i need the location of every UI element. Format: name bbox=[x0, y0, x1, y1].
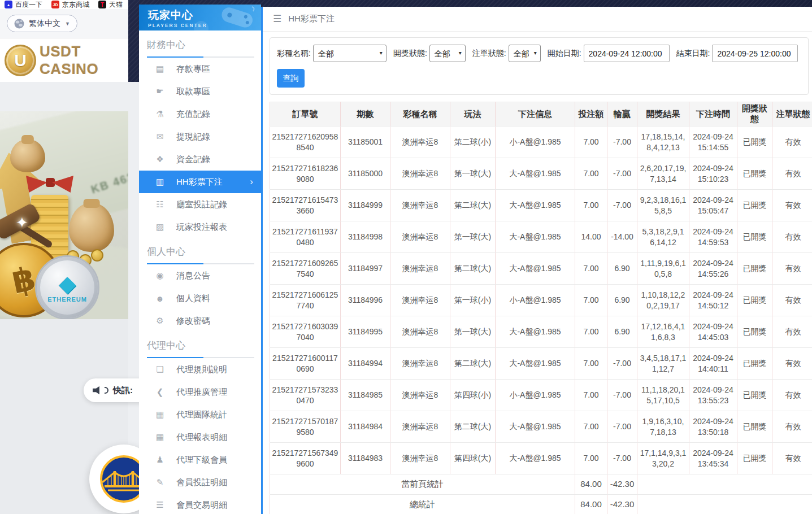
sidebar-item[interactable]: ▤存款專區 bbox=[139, 58, 261, 80]
sidebar-item[interactable]: ⚗充值記錄 bbox=[139, 103, 261, 125]
announcement-icon: ◉ bbox=[155, 271, 165, 281]
sidebar-section-title: 代理中心 bbox=[147, 339, 254, 352]
recharge-record-icon: ⚗ bbox=[155, 109, 165, 119]
sidebar-item[interactable]: ⚙修改密碼 bbox=[139, 310, 261, 332]
bookmark-label: 百度一下 bbox=[15, 0, 42, 9]
sidebar-item[interactable]: ☛取款專區 bbox=[139, 80, 261, 103]
win-loss: -7.00 bbox=[607, 443, 637, 474]
money-bag-decor bbox=[10, 140, 45, 172]
agent-rules-icon: ❏ bbox=[155, 364, 165, 374]
draw-status: 已開獎 bbox=[737, 158, 772, 190]
sidebar-item[interactable]: ☻個人資料 bbox=[139, 287, 261, 310]
sidebar-item[interactable]: ❮代理推廣管理 bbox=[139, 381, 261, 403]
bookmark-item[interactable]: ▲百度一下 bbox=[5, 0, 42, 9]
play-type: 第一球(小) bbox=[450, 285, 496, 316]
lottery-name: 澳洲幸运8 bbox=[390, 285, 450, 316]
sidebar-item[interactable]: ✉提現記錄 bbox=[139, 125, 261, 148]
sidebar-item-label: 修改密碼 bbox=[176, 316, 210, 326]
bet-time: 2024-09-24 13:50:18 bbox=[689, 411, 737, 443]
bet-amount: 7.00 bbox=[575, 443, 607, 474]
lottery-name: 澳洲幸运8 bbox=[390, 253, 450, 285]
sidebar-item[interactable]: ▦代理團隊統計 bbox=[139, 403, 261, 426]
withdrawal-record-icon: ✉ bbox=[155, 132, 165, 142]
sidebar-item[interactable]: ▥HH彩票下注› bbox=[139, 171, 261, 193]
sidebar-item[interactable]: ◉消息公告 bbox=[139, 264, 261, 287]
order-no: 2152172716154733660 bbox=[270, 190, 341, 221]
draw-result: 5,3,18,2,9,16,14,12 bbox=[637, 221, 689, 253]
table-row: 215217271609265754031184997澳洲幸运8第二球(大)大-… bbox=[270, 253, 812, 285]
period: 31184994 bbox=[341, 348, 390, 380]
order-no: 2152172716092657540 bbox=[270, 253, 341, 285]
draw-result: 3,4,5,18,17,11,12,7 bbox=[637, 348, 689, 380]
bet-time: 2024-09-24 13:55:23 bbox=[689, 380, 737, 411]
bet-time: 2024-09-24 14:55:26 bbox=[689, 253, 737, 285]
ticker-label: 快訊: bbox=[113, 385, 133, 396]
sidebar-item[interactable]: ▨玩家投注報表 bbox=[139, 216, 261, 238]
draw-status: 已開獎 bbox=[737, 221, 772, 253]
jd-icon: JD bbox=[51, 1, 59, 8]
lottery-name-label: 彩種名稱: bbox=[277, 49, 311, 59]
table-row: 215217271570187958031184984澳洲幸运8第二球(大)大-… bbox=[270, 411, 812, 443]
bookmark-item[interactable]: JD京东商城 bbox=[51, 0, 89, 9]
win-loss: -7.00 bbox=[607, 380, 637, 411]
site-logo[interactable]: U USDT CASINO bbox=[0, 38, 128, 82]
sidebar-item[interactable]: ♟代理下級會員 bbox=[139, 448, 261, 471]
order-status: 有效 bbox=[772, 221, 812, 253]
sidebar-item[interactable]: ☷廳室投註記錄 bbox=[139, 193, 261, 216]
draw-status: 已開獎 bbox=[737, 316, 772, 348]
content-topbar: ☰ HH彩票下注 bbox=[263, 7, 812, 32]
draw-result: 1,11,9,19,6,10,5,8 bbox=[637, 253, 689, 285]
sidebar-item[interactable]: ❖資金記錄 bbox=[139, 148, 261, 171]
bet-info: 大-A盤@1.985 bbox=[496, 443, 575, 474]
column-header: 下注時間 bbox=[689, 102, 737, 127]
bookmark-label: 京东商城 bbox=[62, 0, 89, 9]
sidebar-item[interactable]: ▦代理報表明細 bbox=[139, 426, 261, 448]
order-status-label: 注單狀態: bbox=[472, 49, 506, 59]
play-type: 第一球(大) bbox=[450, 316, 496, 348]
order-no: 2152172716001170690 bbox=[270, 348, 341, 380]
column-header: 玩法 bbox=[450, 102, 496, 127]
table-row: 215217271611937048031184998澳洲幸运8第一球(大)大-… bbox=[270, 221, 812, 253]
summary-row: 當前頁統計84.00-42.30 bbox=[270, 474, 812, 495]
win-loss: 6.90 bbox=[607, 253, 637, 285]
play-type: 第二球(小) bbox=[450, 127, 496, 158]
member-bets-icon: ✎ bbox=[155, 477, 165, 487]
language-selector[interactable]: 繁体中文 ▼ bbox=[7, 15, 77, 32]
sidebar-item[interactable]: ❏代理規則說明 bbox=[139, 358, 261, 381]
summary-bet-total: 84.00 bbox=[575, 474, 607, 495]
win-loss: -7.00 bbox=[607, 190, 637, 221]
site-left-column: 繁体中文 ▼ U USDT CASINO KB 46279 ✦ ฿ ◆ ETHE… bbox=[0, 9, 128, 514]
sidebar-item-label: 個人資料 bbox=[176, 293, 210, 304]
end-date-input[interactable] bbox=[712, 45, 798, 62]
order-status: 有效 bbox=[772, 316, 812, 348]
win-loss: -14.00 bbox=[607, 221, 637, 253]
lottery-name: 澳洲幸运8 bbox=[390, 380, 450, 411]
sidebar-item-label: 代理報表明細 bbox=[176, 432, 227, 443]
table-row: 215217271615473366031184999澳洲幸运8第二球(大)大-… bbox=[270, 190, 812, 221]
bet-time: 2024-09-24 15:05:47 bbox=[689, 190, 737, 221]
chevron-down-icon: ▼ bbox=[65, 21, 70, 27]
bet-time: 2024-09-24 14:50:12 bbox=[689, 285, 737, 316]
bet-info: 大-A盤@1.985 bbox=[496, 316, 575, 348]
period: 31184995 bbox=[341, 316, 390, 348]
lottery-name-select[interactable]: 全部 bbox=[313, 45, 387, 62]
money-bag-decor bbox=[69, 203, 114, 252]
column-header: 輸贏 bbox=[607, 102, 637, 127]
draw-status-select[interactable]: 全部 bbox=[429, 45, 466, 62]
draw-result: 2,6,20,17,19,7,13,14 bbox=[637, 158, 689, 190]
sidebar-item[interactable]: ☰會員交易明細 bbox=[139, 494, 261, 514]
sidebar-item-label: 廳室投註記錄 bbox=[176, 199, 227, 210]
sidebar-item-label: 代理團隊統計 bbox=[176, 410, 227, 420]
start-date-input[interactable] bbox=[584, 45, 670, 62]
order-no: 2152172715732330470 bbox=[270, 380, 341, 411]
order-no: 2152172715701879580 bbox=[270, 411, 341, 443]
search-button[interactable]: 查詢 bbox=[277, 69, 305, 88]
win-loss: 6.90 bbox=[607, 316, 637, 348]
play-type: 第一球(大) bbox=[450, 221, 496, 253]
hamburger-icon[interactable]: ☰ bbox=[273, 13, 281, 25]
red-bow-decor bbox=[26, 172, 73, 197]
sidebar-item[interactable]: ✎會員投註明細 bbox=[139, 471, 261, 494]
bookmark-item[interactable]: T天猫 bbox=[98, 0, 123, 9]
draw-status: 已開獎 bbox=[737, 253, 772, 285]
order-status-select[interactable]: 全部 bbox=[509, 45, 541, 62]
